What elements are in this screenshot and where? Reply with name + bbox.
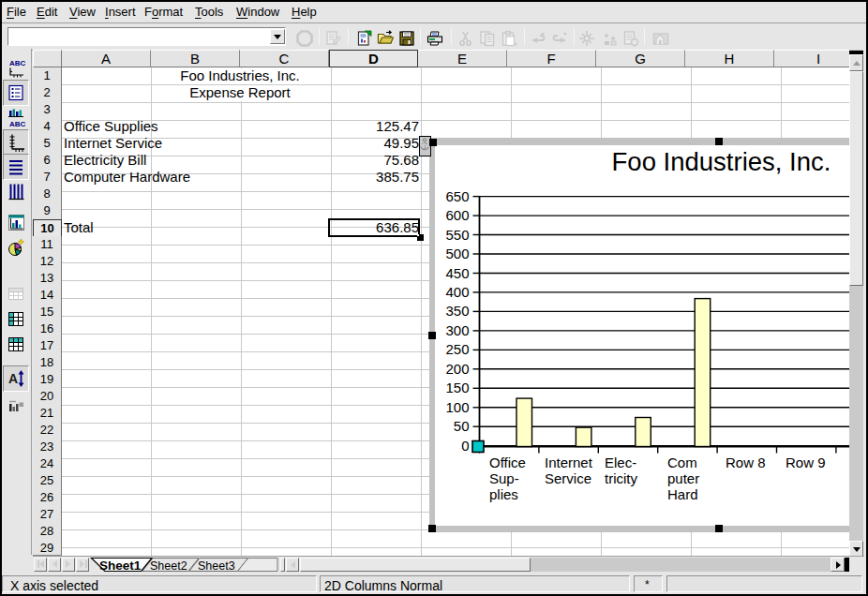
svg-text:Com: Com	[667, 454, 697, 470]
svg-text:Sheet3: Sheet3	[198, 559, 235, 573]
svg-text:Sheet2: Sheet2	[150, 559, 187, 573]
svg-text:0: 0	[461, 438, 469, 454]
svg-text:500: 500	[445, 246, 469, 261]
svg-text:50: 50	[454, 418, 470, 434]
svg-text:ABC: ABC	[9, 120, 26, 128]
svg-text:100: 100	[445, 399, 469, 415]
svg-text:150: 150	[445, 380, 469, 395]
svg-text:Elec-: Elec-	[605, 454, 636, 470]
svg-text:A: A	[8, 371, 18, 386]
svg-text:600: 600	[445, 207, 469, 223]
svg-text:Office: Office	[489, 454, 526, 470]
svg-text:Sup-: Sup-	[489, 470, 519, 486]
svg-text:200: 200	[445, 361, 469, 377]
svg-text:450: 450	[445, 265, 469, 281]
svg-text:ABC: ABC	[9, 59, 26, 67]
svg-text:Row 9: Row 9	[786, 454, 826, 470]
svg-text:Internet: Internet	[545, 454, 593, 470]
svg-text:550: 550	[445, 227, 469, 243]
svg-text:350: 350	[445, 303, 469, 319]
svg-text:300: 300	[445, 322, 469, 338]
svg-text:650: 650	[445, 188, 469, 204]
svg-text:Service: Service	[545, 470, 591, 486]
svg-text:Foo Industries, Inc.: Foo Industries, Inc.	[612, 147, 831, 176]
svg-text:250: 250	[445, 341, 469, 357]
svg-text:tricity: tricity	[605, 470, 637, 486]
svg-text:puter: puter	[667, 470, 699, 486]
svg-text:Hard: Hard	[667, 486, 698, 502]
svg-text:Row 8: Row 8	[726, 454, 766, 470]
svg-text:plies: plies	[489, 486, 518, 502]
svg-text:400: 400	[445, 284, 469, 300]
svg-text:Sheet1: Sheet1	[99, 559, 142, 573]
